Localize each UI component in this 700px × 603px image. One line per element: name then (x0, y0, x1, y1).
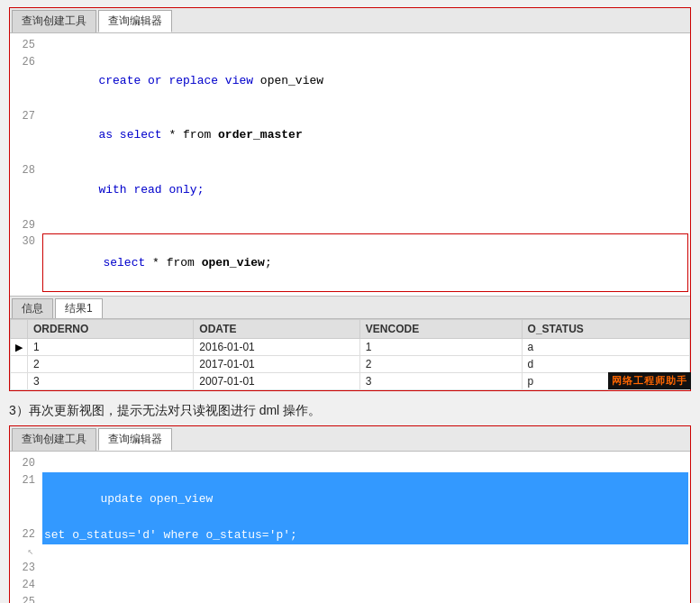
cell-vencode-1: 1 (359, 338, 522, 355)
table-row: ▶ 1 2016-01-01 1 a (11, 338, 690, 355)
line-num-b24: 24 (12, 577, 42, 594)
kw-update: update (100, 492, 150, 506)
table-row: 2 2017-01-01 2 d (11, 355, 690, 372)
line-num-b25: 25 (12, 594, 42, 603)
line-num-25: 25 (12, 37, 42, 54)
code-line-27: 27 as select * from order_master (10, 108, 690, 162)
col-marker (11, 319, 28, 338)
tab-info-top[interactable]: 信息 (12, 298, 53, 318)
table-name: order_master (218, 128, 303, 142)
line-num-b20: 20 (12, 455, 42, 472)
tab-query-builder-bottom[interactable]: 查询创建工具 (12, 428, 96, 451)
cell-orderno-1: 1 (28, 338, 194, 355)
line-num-28: 28 (12, 162, 42, 179)
kw-with: with read only; (98, 183, 204, 196)
cell-status-2: d (522, 355, 689, 372)
tab-query-builder-top[interactable]: 查询创建工具 (12, 10, 96, 32)
code-line-28: 28 with read only; (10, 162, 690, 216)
kw-as: as select (98, 128, 161, 142)
line-num-30: 30 (12, 233, 42, 251)
line-num-b21: 21 (12, 472, 42, 489)
table-row: 3 2007-01-01 3 p 网络工程师助手 (11, 372, 690, 389)
code-line-b25: 25 (10, 594, 690, 603)
line-content-26: create or replace view open_view (42, 54, 688, 108)
update-view-name: open_view (150, 492, 213, 506)
col-ostatus: O_STATUS (522, 319, 689, 338)
cell-odate-3: 2007-01-01 (194, 372, 359, 389)
code-line-b24: 24 (10, 577, 690, 594)
code-line-26: 26 create or replace view open_view (10, 54, 690, 108)
line-content-b22: set o_status='d' where o_status='p'; (42, 526, 688, 544)
row-marker-1: ▶ (11, 338, 28, 355)
top-tab-bar: 查询创建工具 查询编辑器 (10, 8, 690, 33)
cell-odate-2: 2017-01-01 (194, 355, 359, 372)
line-content-30[interactable]: select * from open_view; (42, 233, 688, 291)
result-table: ORDERNO ODATE VENCODE O_STATUS ▶ 1 2016-… (10, 319, 690, 390)
code-line-b21: 21 update open_view (10, 472, 690, 526)
table-header-row: ORDERNO ODATE VENCODE O_STATUS (11, 319, 690, 338)
line-num-29: 29 (12, 217, 42, 234)
row-marker-3 (11, 372, 28, 389)
kw-select: select (103, 256, 145, 270)
kw-create: create or replace view (98, 74, 259, 87)
cell-vencode-3: 3 (359, 372, 522, 389)
line-num-b23: 23 (12, 560, 42, 577)
code-line-b23: 23 (10, 560, 690, 577)
result-table-container: ORDERNO ODATE VENCODE O_STATUS ▶ 1 2016-… (10, 319, 690, 390)
result-tabs-top: 信息 结果1 (10, 296, 690, 319)
col-odate: ODATE (194, 319, 359, 338)
view-ref: open_view (202, 256, 265, 270)
cell-orderno-3: 3 (28, 372, 194, 389)
watermark-top: 网络工程师助手 (608, 372, 691, 389)
select-rest: * from (145, 256, 201, 270)
code-line-b22: 22 ↖ set o_status='d' where o_status='p'… (10, 526, 690, 560)
top-code-area: 25 26 create or replace view open_view 2… (10, 33, 690, 296)
bottom-code-area: 20 21 update open_view 22 ↖ set o_status… (10, 452, 690, 603)
bottom-tab-bar: 查询创建工具 查询编辑器 (10, 426, 690, 452)
bottom-panel: 查询创建工具 查询编辑器 20 21 update open_view 22 ↖… (9, 425, 691, 603)
view-name: open_view (260, 74, 323, 87)
col-vencode: VENCODE (359, 319, 522, 338)
cell-orderno-2: 2 (28, 355, 194, 372)
code-line-b20: 20 (10, 455, 690, 472)
line-content-28: with read only; (42, 162, 688, 216)
cell-status-3: p 网络工程师助手 (522, 372, 689, 389)
top-panel: 查询创建工具 查询编辑器 25 26 create or replace vie… (9, 7, 691, 391)
row-marker-2 (11, 355, 28, 372)
tab-query-editor-bottom[interactable]: 查询编辑器 (98, 428, 172, 451)
line-num-26: 26 (12, 54, 42, 71)
from-clause: * from (162, 128, 218, 142)
tab-query-editor-top[interactable]: 查询编辑器 (98, 10, 172, 32)
cell-status-1: a (522, 338, 689, 355)
cell-odate-1: 2016-01-01 (194, 338, 359, 355)
section3-label: 3）再次更新视图，提示无法对只读视图进行 dml 操作。 (9, 400, 691, 420)
cursor-icon: ↖ (27, 546, 33, 557)
line-num-b22: 22 ↖ (12, 526, 42, 560)
line-num-27: 27 (12, 108, 42, 125)
cell-vencode-2: 2 (359, 355, 522, 372)
line-content-27: as select * from order_master (42, 108, 688, 162)
tab-result1-top[interactable]: 结果1 (55, 298, 103, 318)
col-orderno: ORDERNO (28, 319, 194, 338)
code-line-29: 29 (10, 217, 690, 234)
code-line-25: 25 (10, 37, 690, 54)
line-content-b21: update open_view (42, 472, 688, 526)
code-line-30: 30 select * from open_view; (10, 233, 690, 291)
